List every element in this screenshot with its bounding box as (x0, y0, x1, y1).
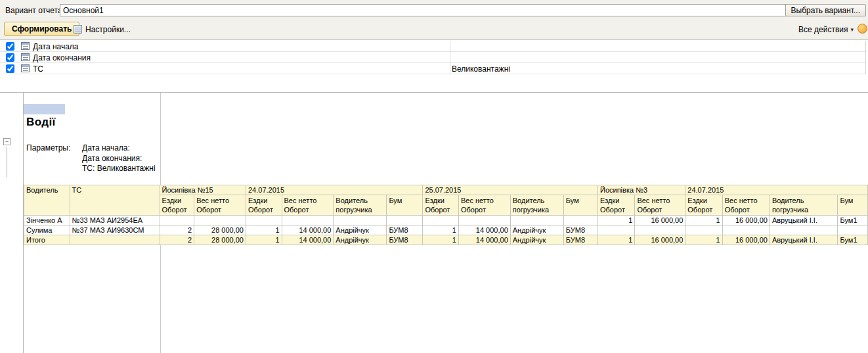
cell[interactable]: 14 000,00 (458, 225, 510, 235)
cell[interactable]: №33 МАЗ АИ2954ЕА (70, 216, 160, 225)
report-top-border (0, 92, 868, 93)
collapse-group-button[interactable]: − (3, 138, 11, 145)
sub-header[interactable]: Водитель погрузчика (510, 195, 563, 216)
filter-value[interactable]: Великовантажні (452, 64, 510, 74)
cell[interactable] (685, 225, 722, 235)
cell[interactable]: Андрійчук (510, 225, 563, 235)
cell[interactable]: 16 000,00 (635, 235, 685, 245)
cell[interactable] (423, 216, 459, 225)
filter-label: ТС (33, 64, 43, 74)
sub-header[interactable]: Бум (838, 195, 868, 216)
cell[interactable] (563, 216, 597, 225)
parameter-line: ТС: Великовантажні (82, 164, 156, 174)
sub-header[interactable]: Ездки Оборот (685, 195, 722, 216)
filter-checkbox-end-date[interactable] (6, 53, 14, 62)
cell[interactable]: 1 (423, 235, 459, 245)
cell[interactable]: Сулима (24, 225, 70, 235)
col-header-vehicle[interactable]: ТС (70, 185, 160, 216)
cell[interactable]: Андрійчук (334, 235, 387, 245)
cell[interactable]: 1 (423, 225, 459, 235)
selected-cell[interactable] (24, 104, 65, 114)
filter-row-start-date[interactable]: Дата начала (0, 41, 865, 52)
settings-button[interactable]: Настройки... (74, 23, 131, 35)
sub-header[interactable]: Вес нетто Оборот (458, 195, 510, 216)
cell[interactable] (838, 225, 868, 235)
group-header[interactable]: Йосипівка №15 (160, 185, 246, 195)
cell[interactable]: 14 000,00 (282, 235, 334, 245)
cell[interactable]: 1 (597, 235, 634, 245)
cell[interactable]: 1 (685, 235, 722, 245)
cell[interactable] (458, 216, 510, 225)
sub-header[interactable]: Вес нетто Оборот (282, 195, 334, 216)
sub-header[interactable]: Ездки Оборот (597, 195, 634, 216)
cell[interactable] (770, 225, 838, 235)
sub-header[interactable]: Вес нетто Оборот (194, 195, 246, 216)
filter-row-vehicle[interactable]: ТС Великовантажні (0, 63, 865, 74)
cell[interactable]: 2 (160, 225, 194, 235)
cell[interactable]: 16 000,00 (635, 216, 685, 225)
sub-header[interactable]: Водитель погрузчика (334, 195, 387, 216)
cell[interactable] (194, 216, 246, 225)
cell[interactable]: 1 (246, 235, 282, 245)
cell[interactable]: Бум1 (838, 235, 868, 245)
help-icon[interactable] (857, 24, 867, 34)
choose-variant-button[interactable]: Выбрать вариант... (785, 4, 866, 16)
cell[interactable] (70, 235, 160, 245)
cell[interactable]: БУМ8 (387, 225, 423, 235)
cell[interactable]: БУМ8 (387, 235, 423, 245)
cell[interactable]: 1 (597, 216, 634, 225)
cell[interactable]: №37 МАЗ АИ9630СМ (70, 225, 160, 235)
sub-header[interactable]: Вес нетто Оборот (722, 195, 770, 216)
parameters-label: Параметры: (26, 143, 70, 153)
group-header[interactable]: Йосипівка №3 (597, 185, 685, 195)
cell[interactable]: 28 000,00 (194, 235, 246, 245)
filter-checkbox-vehicle[interactable] (6, 64, 14, 73)
filter-checkbox-start-date[interactable] (6, 42, 14, 51)
sub-header[interactable]: Ездки Оборот (423, 195, 459, 216)
generate-button[interactable]: Сформировать (4, 22, 79, 36)
cell[interactable]: Бум1 (838, 216, 868, 225)
cell[interactable]: БУМ8 (563, 225, 597, 235)
cell[interactable]: 28 000,00 (194, 225, 246, 235)
cell[interactable]: Авруцький І.І. (770, 235, 838, 245)
cell[interactable]: 16 000,00 (722, 235, 770, 245)
cell[interactable] (160, 216, 194, 225)
cell[interactable] (597, 225, 634, 235)
cell[interactable]: Андрійчук (334, 225, 387, 235)
cell[interactable]: 14 000,00 (282, 225, 334, 235)
cell[interactable] (334, 216, 387, 225)
cell[interactable]: Итого (24, 235, 70, 245)
cell[interactable]: 16 000,00 (722, 216, 770, 225)
filter-column-divider (450, 41, 450, 74)
cell[interactable]: 2 (160, 235, 194, 245)
cell[interactable] (510, 216, 563, 225)
cell[interactable]: Зінченко А (24, 216, 70, 225)
sub-header[interactable]: Ездки Оборот (160, 195, 194, 216)
cell[interactable] (635, 225, 685, 235)
filter-row-end-date[interactable]: Дата окончания (0, 52, 865, 63)
variant-input[interactable] (60, 4, 793, 16)
all-actions-button[interactable]: Все действия (798, 23, 854, 35)
sub-header[interactable]: Водитель погрузчика (770, 195, 838, 216)
report-table: Водитель ТС Йосипівка №15 24.07.2015 25.… (24, 185, 868, 245)
cell[interactable] (722, 225, 770, 235)
sub-header[interactable]: Ездки Оборот (246, 195, 282, 216)
group-header[interactable]: 24.07.2015 (685, 185, 868, 195)
sub-header[interactable]: Бум (563, 195, 597, 216)
cell[interactable]: Авруцький І.І. (770, 216, 838, 225)
filter-label: Дата начала (33, 42, 79, 51)
cell[interactable] (282, 216, 334, 225)
cell[interactable]: БУМ8 (563, 235, 597, 245)
cell[interactable] (387, 216, 423, 225)
cell[interactable]: 14 000,00 (458, 235, 510, 245)
cell[interactable]: 1 (246, 225, 282, 235)
group-header[interactable]: 24.07.2015 (246, 185, 422, 195)
cell[interactable] (246, 216, 282, 225)
calendar-icon (21, 53, 30, 61)
group-header[interactable]: 25.07.2015 (423, 185, 598, 195)
col-header-driver[interactable]: Водитель (24, 185, 70, 216)
cell[interactable]: Андрійчук (510, 235, 563, 245)
sub-header[interactable]: Вес нетто Оборот (635, 195, 685, 216)
sub-header[interactable]: Бум (387, 195, 423, 216)
cell[interactable]: 1 (685, 216, 722, 225)
